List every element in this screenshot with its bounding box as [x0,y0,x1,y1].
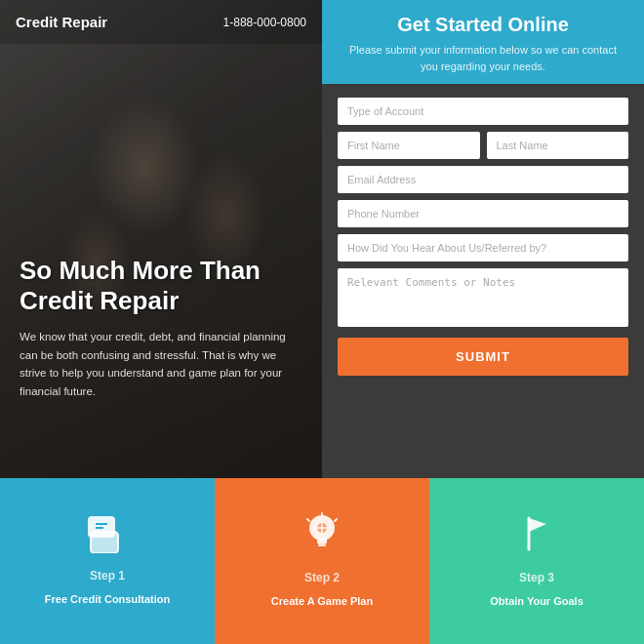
svg-rect-5 [317,539,327,543]
svg-line-9 [335,519,337,521]
step-2-label: Create A Game Plan [271,594,373,609]
phone-number: 1-888-000-0800 [223,16,306,29]
referral-input[interactable] [338,234,628,262]
account-type-input[interactable] [338,98,628,125]
comments-input[interactable] [338,268,628,327]
submit-button[interactable]: SUBMIT [338,338,628,376]
step-1-num: Step 1 [90,569,125,583]
form-panel: Get Started Online Please submit your in… [322,0,644,478]
email-input[interactable] [338,166,628,193]
step-2-icon [304,512,340,561]
form-subtitle: Please submit your information below so … [342,42,624,74]
step-3-icon [519,512,554,561]
last-name-input[interactable] [487,132,629,159]
site-logo: Credit Repair [16,14,107,30]
hero-description: We know that your credit, debt, and fina… [20,328,302,400]
svg-marker-14 [529,518,546,532]
name-row [338,132,628,159]
first-name-input[interactable] [338,132,480,159]
hero-overlay [0,0,322,478]
step-2: Step 2 Create A Game Plan [215,478,429,644]
step-1-icon [86,514,129,559]
hero-panel: Credit Repair 1-888-000-0800 So Much Mor… [0,0,322,478]
svg-line-8 [307,519,309,521]
page: Credit Repair 1-888-000-0800 So Much Mor… [0,0,644,644]
form-header: Get Started Online Please submit your in… [322,0,644,84]
form-body: SUBMIT [322,84,644,478]
step-1: Step 1 Free Credit Consultation [0,478,215,644]
step-3-num: Step 3 [519,571,554,584]
hero-content: So Much More Than Credit Repair We know … [0,256,322,400]
step-3-label: Obtain Your Goals [490,594,584,609]
steps-section: Step 1 Free Credit Consultation Step 2 C [0,478,644,644]
hero-title: So Much More Than Credit Repair [20,256,302,316]
step-3: Step 3 Obtain Your Goals [429,478,644,644]
top-section: Credit Repair 1-888-000-0800 So Much Mor… [0,0,644,478]
step-2-num: Step 2 [304,571,340,584]
svg-rect-6 [318,543,326,546]
svg-rect-1 [91,532,118,553]
phone-input[interactable] [338,200,628,227]
hero-header: Credit Repair 1-888-000-0800 [0,0,322,44]
step-1-label: Free Credit Consultation [45,592,170,607]
form-title: Get Started Online [342,14,624,36]
